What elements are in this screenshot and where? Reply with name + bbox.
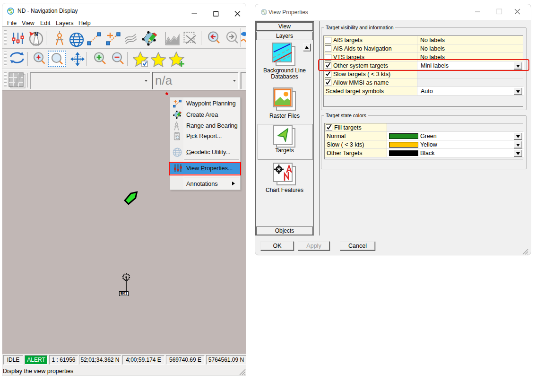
svg-text:N: N	[35, 31, 38, 37]
